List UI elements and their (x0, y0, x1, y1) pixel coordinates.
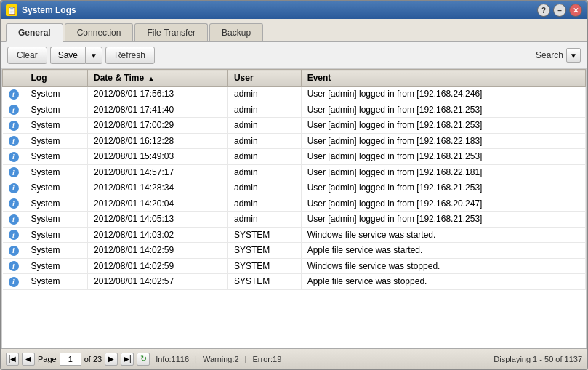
row-event-cell: User [admin] logged in from [192.168.21.… (301, 180, 585, 196)
row-datetime-cell: 2012/08/01 14:02:59 (88, 243, 228, 259)
save-dropdown-button[interactable]: ▼ (85, 47, 102, 64)
row-log-cell: System (25, 258, 88, 274)
log-table: Log Date & Time ▲ User Event iSystem2012… (2, 69, 586, 290)
table-row: iSystem2012/08/01 15:49:03adminUser [adm… (3, 149, 586, 165)
row-user-cell: admin (227, 87, 301, 102)
tab-backup[interactable]: Backup (209, 23, 263, 41)
last-page-button[interactable]: ▶| (121, 353, 134, 366)
col-user-header[interactable]: User (227, 70, 301, 87)
row-datetime-cell: 2012/08/01 17:00:29 (88, 118, 228, 134)
search-toggle-button[interactable]: ▼ (566, 48, 581, 63)
row-event-cell: User [admin] logged in from [192.168.21.… (301, 118, 585, 134)
save-button[interactable]: Save (50, 47, 85, 64)
col-log-header[interactable]: Log (25, 70, 88, 87)
row-event-cell: User [admin] logged in from [192.168.22.… (301, 164, 585, 180)
tabs-bar: General Connection File Transfer Backup (1, 19, 587, 42)
col-datetime-header[interactable]: Date & Time ▲ (88, 70, 228, 87)
row-log-cell: System (25, 227, 88, 243)
displaying-text: Displaying 1 - 50 of 1137 (494, 355, 582, 363)
row-user-cell: SYSTEM (227, 258, 301, 274)
info-icon: i (9, 214, 19, 225)
row-datetime-cell: 2012/08/01 14:20:04 (88, 196, 228, 212)
row-log-cell: System (25, 212, 88, 228)
row-icon-cell: i (3, 133, 25, 149)
row-icon-cell: i (3, 227, 25, 243)
row-event-cell: User [admin] logged in from [192.168.21.… (301, 149, 585, 165)
titlebar-controls: ? – ✕ (537, 4, 582, 17)
clear-button[interactable]: Clear (7, 47, 47, 64)
row-icon-cell: i (3, 102, 25, 118)
page-label: Page (38, 355, 57, 363)
row-log-cell: System (25, 87, 88, 102)
table-header-row: Log Date & Time ▲ User Event (3, 70, 586, 87)
row-user-cell: admin (227, 118, 301, 134)
info-icon: i (9, 246, 19, 256)
row-event-cell: Apple file service was stopped. (301, 274, 585, 290)
status-refresh-button[interactable]: ↻ (137, 353, 150, 366)
row-datetime-cell: 2012/08/01 14:02:59 (88, 258, 228, 274)
titlebar: 📋 System Logs ? – ✕ (1, 1, 587, 19)
info-icon: i (9, 136, 19, 146)
row-datetime-cell: 2012/08/01 16:12:28 (88, 133, 228, 149)
prev-page-button[interactable]: ◀ (22, 353, 35, 366)
row-event-cell: User [admin] logged in from [192.168.20.… (301, 196, 585, 212)
page-input[interactable] (60, 353, 81, 366)
row-datetime-cell: 2012/08/01 14:57:17 (88, 164, 228, 180)
minimize-button[interactable]: – (553, 4, 566, 17)
row-icon-cell: i (3, 87, 25, 102)
row-event-cell: User [admin] logged in from [192.168.21.… (301, 212, 585, 228)
info-icon: i (9, 167, 19, 177)
tab-general[interactable]: General (6, 23, 63, 42)
table-row: iSystem2012/08/01 14:03:02SYSTEMWindows … (3, 227, 586, 243)
table-container: Log Date & Time ▲ User Event iSystem2012… (1, 69, 587, 348)
row-icon-cell: i (3, 258, 25, 274)
row-user-cell: admin (227, 133, 301, 149)
row-log-cell: System (25, 196, 88, 212)
row-user-cell: admin (227, 164, 301, 180)
tab-file-transfer[interactable]: File Transfer (134, 23, 208, 41)
row-icon-cell: i (3, 149, 25, 165)
warning-count: Warning:2 (203, 355, 239, 363)
row-datetime-cell: 2012/08/01 14:05:13 (88, 212, 228, 228)
refresh-button[interactable]: Refresh (105, 47, 155, 64)
row-event-cell: User [admin] logged in from [192.168.24.… (301, 87, 585, 102)
search-area: Search ▼ (536, 48, 581, 63)
table-row: iSystem2012/08/01 14:57:17adminUser [adm… (3, 164, 586, 180)
table-row: iSystem2012/08/01 14:20:04adminUser [adm… (3, 196, 586, 212)
row-user-cell: SYSTEM (227, 227, 301, 243)
window-title: System Logs (22, 5, 76, 15)
row-user-cell: admin (227, 212, 301, 228)
first-page-button[interactable]: |◀ (6, 353, 19, 366)
info-icon: i (9, 89, 19, 100)
statusbar: |◀ ◀ Page of 23 ▶ ▶| ↻ Info:1116 | Warni… (1, 348, 587, 369)
row-log-cell: System (25, 274, 88, 290)
save-group: Save ▼ (50, 47, 102, 64)
col-event-header[interactable]: Event (301, 70, 585, 87)
table-row: iSystem2012/08/01 17:41:40adminUser [adm… (3, 102, 586, 118)
row-icon-cell: i (3, 196, 25, 212)
row-log-cell: System (25, 180, 88, 196)
row-event-cell: Windows file service was stopped. (301, 258, 585, 274)
next-page-button[interactable]: ▶ (105, 353, 118, 366)
total-pages: 23 (93, 355, 102, 363)
row-datetime-cell: 2012/08/01 15:49:03 (88, 149, 228, 165)
table-row: iSystem2012/08/01 14:28:34adminUser [adm… (3, 180, 586, 196)
tab-connection[interactable]: Connection (65, 23, 134, 41)
row-icon-cell: i (3, 118, 25, 134)
close-button[interactable]: ✕ (569, 4, 582, 17)
row-event-cell: Windows file service was started. (301, 227, 585, 243)
table-wrapper[interactable]: Log Date & Time ▲ User Event iSystem2012… (2, 69, 586, 348)
row-log-cell: System (25, 118, 88, 134)
help-button[interactable]: ? (537, 4, 550, 17)
page-of-label: of 23 (84, 355, 102, 363)
info-count: Info:1116 (156, 355, 189, 363)
info-icon: i (9, 152, 19, 162)
row-event-cell: User [admin] logged in from [192.168.22.… (301, 133, 585, 149)
row-datetime-cell: 2012/08/01 14:02:57 (88, 274, 228, 290)
titlebar-left: 📋 System Logs (6, 4, 76, 16)
row-icon-cell: i (3, 243, 25, 259)
info-icon: i (9, 261, 19, 271)
table-row: iSystem2012/08/01 16:12:28adminUser [adm… (3, 133, 586, 149)
row-user-cell: admin (227, 196, 301, 212)
row-user-cell: SYSTEM (227, 274, 301, 290)
